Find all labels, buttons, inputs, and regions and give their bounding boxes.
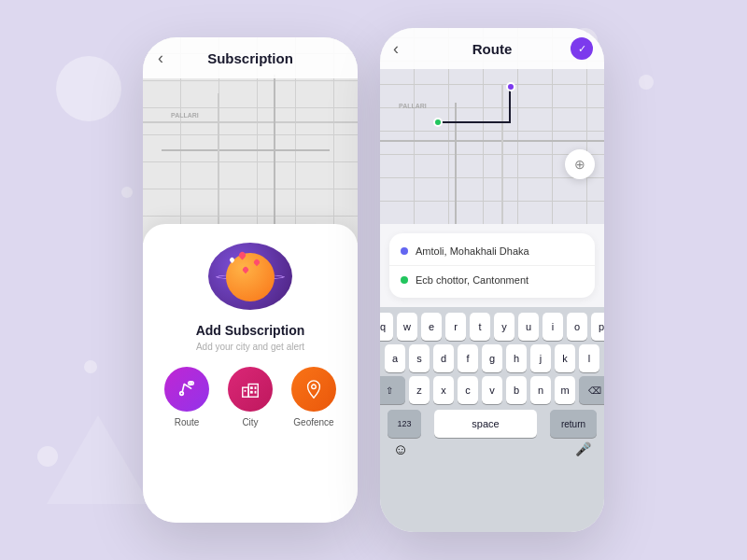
svg-rect-8 <box>245 390 247 392</box>
svg-rect-6 <box>250 391 253 394</box>
key-d[interactable]: d <box>433 344 454 372</box>
key-c[interactable]: c <box>458 376 478 404</box>
key-v[interactable]: v <box>482 376 502 404</box>
compass-button[interactable]: ⊕ <box>565 149 595 179</box>
location-inputs: Amtoli, Mohakhali Dhaka Ecb chottor, Can… <box>389 233 595 298</box>
microphone-button[interactable]: 🎤 <box>575 441 591 458</box>
add-subscription-desc: Add your city and get alert <box>196 342 304 352</box>
keyboard-row-2: a s d f g h j k l <box>384 344 600 372</box>
key-i[interactable]: i <box>543 313 563 341</box>
route-icon-circle <box>164 367 209 412</box>
key-w[interactable]: w <box>397 313 417 341</box>
key-e[interactable]: e <box>421 313 442 341</box>
map-label-pallari: PALLARI <box>171 112 199 119</box>
delete-key[interactable]: ⌫ <box>579 376 604 404</box>
key-y[interactable]: y <box>494 313 514 341</box>
subscription-phone: PALLARI ‹ Subscription <box>143 37 358 523</box>
svg-rect-3 <box>248 385 258 398</box>
page-title: Subscription <box>207 50 293 66</box>
route-label: Route <box>175 417 200 427</box>
map-label-route: PALLARI <box>399 103 427 109</box>
from-dot <box>401 247 408 255</box>
city-label: City <box>242 417 258 427</box>
key-k[interactable]: k <box>555 344 575 372</box>
route-icon <box>176 379 197 399</box>
back-button-route[interactable]: ‹ <box>393 39 399 59</box>
route-page-title: Route <box>472 41 513 57</box>
key-t[interactable]: t <box>470 313 490 341</box>
route-phone: PALLARI ⊕ ‹ Route ✓ Amtoli, Mohakhali D <box>380 28 604 532</box>
city-option[interactable]: City <box>228 367 273 427</box>
key-q[interactable]: q <box>380 313 393 341</box>
back-button[interactable]: ‹ <box>158 49 163 68</box>
to-location-text: Ecb chottor, Cantonment <box>416 274 529 286</box>
to-dot <box>401 276 408 284</box>
phone2-header: ‹ Route ✓ <box>380 28 604 69</box>
key-u[interactable]: u <box>518 313 539 341</box>
subscription-options: Route Cit <box>164 367 336 427</box>
key-o[interactable]: o <box>567 313 587 341</box>
key-r[interactable]: r <box>445 313 466 341</box>
key-m[interactable]: m <box>555 376 575 404</box>
route-option[interactable]: Route <box>164 367 209 427</box>
key-z[interactable]: z <box>409 376 430 404</box>
svg-rect-5 <box>255 386 257 389</box>
keyboard-row-1: q w e r t y u i o p <box>384 313 600 341</box>
city-icon <box>240 379 261 399</box>
emoji-button[interactable]: ☺ <box>393 441 408 458</box>
key-h[interactable]: h <box>506 344 527 372</box>
keyboard-extras: ☺ 🎤 <box>384 438 600 460</box>
confirm-button[interactable]: ✓ <box>571 37 593 60</box>
from-location-text: Amtoli, Mohakhali Dhaka <box>416 245 529 257</box>
key-j[interactable]: j <box>530 344 551 372</box>
key-s[interactable]: s <box>409 344 430 372</box>
key-l[interactable]: l <box>579 344 599 372</box>
key-x[interactable]: x <box>433 376 454 404</box>
city-icon-circle <box>228 367 273 412</box>
svg-rect-4 <box>250 386 253 389</box>
geofence-option[interactable]: Geofence <box>291 367 336 427</box>
to-location-row[interactable]: Ecb chottor, Cantonment <box>389 265 595 294</box>
key-n[interactable]: n <box>530 376 551 404</box>
key-p[interactable]: p <box>591 313 604 341</box>
svg-point-9 <box>312 385 317 389</box>
keyboard-row-3: ⇧ z x c v b n m ⌫ <box>384 376 600 404</box>
add-subscription-title: Add Subscription <box>196 323 305 338</box>
space-key[interactable]: space <box>434 410 537 438</box>
route-end-dot <box>506 82 515 91</box>
subscription-card: Add Subscription Add your city and get a… <box>143 224 358 523</box>
planet-illustration <box>204 239 297 314</box>
keyboard: q w e r t y u i o p a s d f g h j k <box>380 307 604 532</box>
key-g[interactable]: g <box>482 344 502 372</box>
route-start-dot <box>433 118 443 127</box>
shift-key[interactable]: ⇧ <box>380 376 405 404</box>
svg-rect-7 <box>255 391 257 394</box>
phone1-header: ‹ Subscription <box>143 37 358 78</box>
svg-point-0 <box>180 392 184 396</box>
geofence-icon <box>303 379 324 399</box>
key-f[interactable]: f <box>458 344 478 372</box>
geofence-icon-circle <box>291 367 336 412</box>
from-location-row[interactable]: Amtoli, Mohakhali Dhaka <box>389 237 595 265</box>
return-key[interactable]: return <box>550 410 597 438</box>
geofence-label: Geofence <box>293 417 333 427</box>
svg-rect-2 <box>243 387 248 397</box>
key-a[interactable]: a <box>385 344 405 372</box>
keyboard-bottom-row: 123 space return <box>384 408 600 438</box>
key-b[interactable]: b <box>506 376 527 404</box>
numbers-key[interactable]: 123 <box>388 410 421 438</box>
route-path <box>436 121 511 123</box>
